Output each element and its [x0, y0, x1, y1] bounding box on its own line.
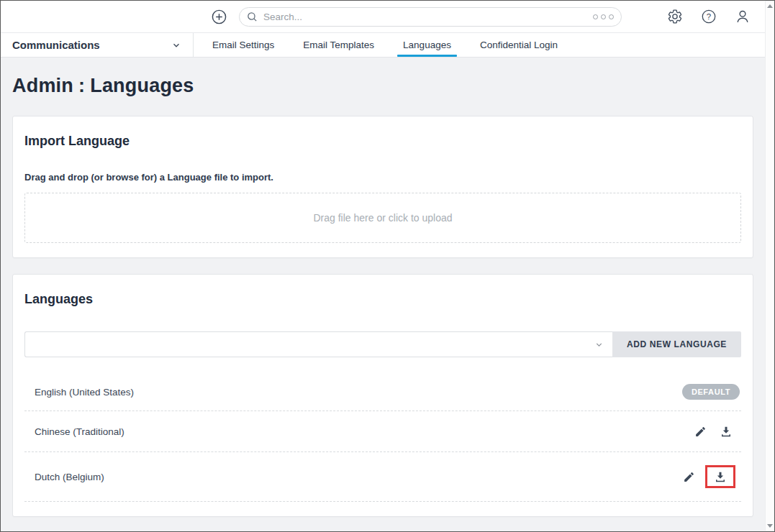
download-icon: [720, 425, 733, 438]
module-dropdown[interactable]: Communications: [1, 33, 194, 57]
page-title-separator: :: [78, 75, 85, 96]
top-bar: Search...: [1, 1, 765, 33]
more-options-icon[interactable]: [593, 14, 614, 19]
pencil-icon: [694, 426, 707, 438]
language-row-dutch: Dutch (Belgium): [24, 452, 741, 502]
languages-card-title: Languages: [24, 292, 741, 307]
dropzone-label: Drag file here or click to upload: [314, 212, 453, 224]
gear-icon: [667, 9, 683, 24]
nav-bar: Communications Email Settings Email Temp…: [1, 33, 765, 58]
edit-language-button[interactable]: [680, 468, 698, 486]
import-card-title: Import Language: [24, 134, 741, 149]
highlight-box: [705, 465, 735, 488]
download-icon: [714, 470, 727, 483]
scroll-up-icon[interactable]: [767, 4, 773, 8]
language-list: English (United States) DEFAULT Chinese …: [24, 373, 741, 502]
tab-email-templates[interactable]: Email Templates: [289, 33, 389, 57]
chevron-down-icon: [171, 40, 181, 50]
main-area: Search...: [1, 1, 765, 531]
add-language-row: ADD NEW LANGUAGE: [24, 331, 741, 357]
page-title-page: Languages: [90, 75, 194, 96]
search-icon: [246, 11, 258, 23]
page-content: Admin:Languages Import Language Drag and…: [1, 75, 765, 517]
add-new-language-button[interactable]: ADD NEW LANGUAGE: [612, 331, 741, 357]
pencil-icon: [683, 471, 695, 483]
app-window: Search...: [0, 0, 775, 532]
languages-card: Languages ADD NEW LANGUAGE English (Unit…: [12, 274, 753, 517]
svg-text:?: ?: [707, 12, 711, 21]
user-icon: [735, 9, 751, 24]
tab-email-settings[interactable]: Email Settings: [198, 33, 289, 57]
topbar-right: ?: [667, 9, 751, 24]
language-name: Dutch (Belgium): [35, 472, 104, 482]
page-title-section: Admin: [12, 75, 73, 96]
row-actions: [680, 465, 735, 488]
add-new-button[interactable]: [211, 9, 227, 25]
user-menu-button[interactable]: [735, 9, 751, 24]
download-language-button[interactable]: [712, 469, 728, 485]
import-language-card: Import Language Drag and drop (or browse…: [12, 116, 753, 258]
row-actions: [692, 422, 735, 441]
import-instruction: Drag and drop (or browse for) a Language…: [24, 172, 741, 183]
tab-bar: Email Settings Email Templates Languages…: [198, 33, 572, 57]
plus-circle-icon: [211, 9, 227, 25]
page-title: Admin:Languages: [12, 75, 753, 97]
settings-button[interactable]: [667, 9, 683, 24]
file-dropzone[interactable]: Drag file here or click to upload: [24, 193, 741, 243]
help-button[interactable]: ?: [701, 9, 717, 24]
vertical-scrollbar[interactable]: [765, 1, 774, 531]
language-name: English (United States): [35, 387, 134, 398]
help-icon: ?: [701, 9, 717, 24]
download-language-button[interactable]: [717, 422, 735, 441]
language-row-chinese: Chinese (Traditional): [24, 411, 741, 452]
tab-languages[interactable]: Languages: [389, 33, 466, 57]
scroll-down-icon[interactable]: [767, 524, 773, 528]
language-row-english: English (United States) DEFAULT: [24, 373, 741, 411]
module-dropdown-label: Communications: [12, 39, 100, 51]
default-badge: DEFAULT: [682, 384, 740, 400]
topbar-center: Search...: [211, 7, 622, 27]
search-input[interactable]: Search...: [239, 7, 622, 27]
language-name: Chinese (Traditional): [35, 426, 124, 437]
chevron-down-icon: [594, 340, 604, 349]
edit-language-button[interactable]: [692, 423, 710, 441]
tab-confidential-login[interactable]: Confidential Login: [466, 33, 572, 57]
language-select[interactable]: [24, 331, 612, 357]
search-placeholder: Search...: [263, 12, 593, 22]
